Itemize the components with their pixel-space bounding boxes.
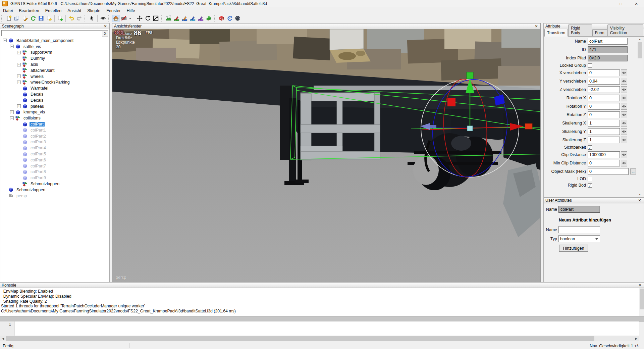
menu-item-ansicht[interactable]: Ansicht	[64, 8, 84, 13]
object-mask-browse-button[interactable]: ...	[630, 168, 636, 174]
value-stepper[interactable]	[621, 128, 627, 135]
console-scrollbar[interactable]	[639, 288, 644, 316]
value-stepper[interactable]	[621, 137, 627, 143]
scenegraph-item-colPart7[interactable]: colPart7	[0, 163, 109, 169]
attr-input[interactable]: 0	[588, 111, 620, 118]
save-icon[interactable]	[37, 15, 45, 22]
scenegraph-item-colPart2[interactable]: colPart2	[0, 133, 109, 139]
value-stepper[interactable]	[621, 69, 627, 76]
tab-rigid-body[interactable]: Rigid Body	[568, 24, 592, 36]
scenegraph-item-Schmutzlappen[interactable]: Schmutzlappen	[0, 187, 109, 193]
console-script-editor[interactable]: 1	[0, 321, 639, 336]
redo-icon[interactable]	[75, 15, 83, 22]
scenegraph-item-colPart3[interactable]: colPart3	[0, 139, 109, 145]
checkbox-unchecked[interactable]	[588, 63, 592, 68]
value-stepper[interactable]	[621, 120, 627, 127]
rotate-tool-icon[interactable]	[144, 15, 151, 22]
scenegraph-item-colPart4[interactable]: colPart4	[0, 145, 109, 151]
scroll-right-icon[interactable]: ▶	[633, 336, 639, 341]
console-hscrollbar[interactable]: ◀ ▶	[0, 336, 639, 341]
undo-icon[interactable]	[67, 15, 75, 22]
scenegraph-item-attacherJoint[interactable]: attacherJoint	[0, 67, 109, 73]
export-icon[interactable]	[45, 15, 53, 22]
value-stepper[interactable]	[621, 160, 627, 166]
ab-cube-icon[interactable]: AB	[218, 15, 225, 22]
menu-item-erstellen[interactable]: Erstellen	[42, 8, 65, 13]
expand-icon[interactable]: +	[17, 51, 21, 54]
tab-transform[interactable]: Transform	[544, 29, 568, 37]
scenegraph-item-krampe_vis[interactable]: +krampe_vis	[0, 109, 109, 115]
scenegraph-item-colPart[interactable]: colPart	[0, 121, 109, 127]
scenegraph-item-Decals[interactable]: Decals	[0, 91, 109, 97]
console-splitter[interactable]	[0, 316, 644, 322]
menu-item-bearbeiten[interactable]: Bearbeiten	[16, 8, 42, 13]
value-stepper[interactable]	[621, 151, 627, 158]
console-close-icon[interactable]: ✕	[638, 283, 642, 288]
terrain-info-icon[interactable]	[181, 15, 188, 22]
collapse-icon[interactable]: −	[3, 39, 7, 42]
viewport-close-icon[interactable]: ✕	[534, 24, 539, 29]
minimize-icon[interactable]: ─	[598, 0, 613, 7]
caret-down-icon[interactable]	[128, 15, 132, 22]
menu-item-hilfe[interactable]: Hilfe	[124, 8, 138, 13]
attr-input[interactable]: 0.94	[588, 78, 620, 85]
attr-input[interactable]: 1	[588, 120, 620, 127]
attribute-scrollbar[interactable]: ▲ ▼	[637, 37, 642, 197]
open-file-icon[interactable]	[13, 15, 20, 22]
user-attributes-close-icon[interactable]: ✕	[637, 198, 642, 203]
menu-item-datei[interactable]: Datei	[0, 8, 16, 13]
scenegraph-item-colPart8[interactable]: colPart8	[0, 169, 109, 175]
menu-item-fenster[interactable]: Fenster	[103, 8, 123, 13]
scenegraph-search-input[interactable]	[1, 30, 102, 36]
attr-input[interactable]: 0	[588, 69, 620, 76]
scenegraph-item-sattle_vis[interactable]: −sattle_vis	[0, 44, 109, 50]
attr-input[interactable]: 0	[588, 103, 620, 110]
terrain-foliage-icon[interactable]	[197, 15, 204, 22]
checkbox-checked[interactable]: ✓	[588, 145, 592, 150]
camera-disabled-icon[interactable]	[120, 15, 127, 22]
visibility-icon[interactable]	[99, 15, 107, 22]
render-mode-icon[interactable]	[234, 15, 241, 22]
value-stepper[interactable]	[621, 95, 627, 101]
scenegraph-item-BanditSattel_main_component[interactable]: −BanditSattel_main_component	[0, 38, 109, 44]
scenegraph-item-wheels[interactable]: +wheels	[0, 73, 109, 80]
expand-icon[interactable]: +	[17, 74, 21, 78]
attr-input[interactable]: 1	[588, 128, 620, 135]
import-icon[interactable]	[56, 15, 64, 22]
scenegraph-item-colPart1[interactable]: colPart1	[0, 127, 109, 133]
expand-icon[interactable]: +	[17, 81, 21, 84]
scenegraph-item-Dummy[interactable]: Dummy	[0, 55, 109, 61]
collapse-icon[interactable]: −	[10, 45, 14, 48]
new-file-icon[interactable]	[5, 15, 12, 22]
ua-type-select[interactable]: boolean	[558, 235, 600, 242]
scenegraph-item-colPart6[interactable]: colPart6	[0, 157, 109, 163]
scenegraph-close-icon[interactable]: ✕	[103, 24, 108, 29]
scenegraph-item-Schmutzlappen[interactable]: Schmutzlappen	[0, 181, 109, 187]
attr-input[interactable]: 0	[588, 95, 620, 101]
attr-input[interactable]: -2.02	[588, 86, 620, 93]
scroll-left-icon[interactable]: ◀	[0, 336, 6, 341]
scenegraph-item-persp[interactable]: persp	[0, 193, 109, 199]
terrain-detail-icon[interactable]	[189, 15, 196, 22]
scale-tool-icon[interactable]	[152, 15, 159, 22]
checkbox-checked[interactable]: ✓	[588, 183, 592, 188]
tab-form[interactable]: Form	[592, 29, 607, 36]
scenegraph-item-Decals[interactable]: Decals	[0, 97, 109, 103]
ua-new-name-input[interactable]	[558, 226, 600, 233]
terrain-sculpt-icon[interactable]	[165, 15, 172, 22]
scenegraph-item-Warntafel[interactable]: Warntafel	[0, 85, 109, 91]
scenegraph-item-axis[interactable]: +axis	[0, 61, 109, 67]
maximize-icon[interactable]: □	[613, 0, 629, 7]
ua-add-button[interactable]: Hinzufügen	[559, 245, 588, 252]
expand-icon[interactable]: +	[10, 110, 14, 114]
collapse-icon[interactable]: −	[10, 116, 14, 120]
expand-icon[interactable]: +	[17, 104, 21, 108]
value-stepper[interactable]	[621, 86, 627, 93]
attr-input[interactable]: 1000000	[588, 151, 620, 158]
checkbox-unchecked[interactable]	[588, 177, 592, 181]
frame-selected-icon[interactable]	[112, 15, 119, 22]
attr-input[interactable]: 1	[588, 137, 620, 143]
foliage-icon[interactable]	[205, 15, 212, 22]
edit-scene-icon[interactable]	[21, 15, 29, 22]
scroll-up-icon[interactable]: ▲	[637, 37, 642, 42]
